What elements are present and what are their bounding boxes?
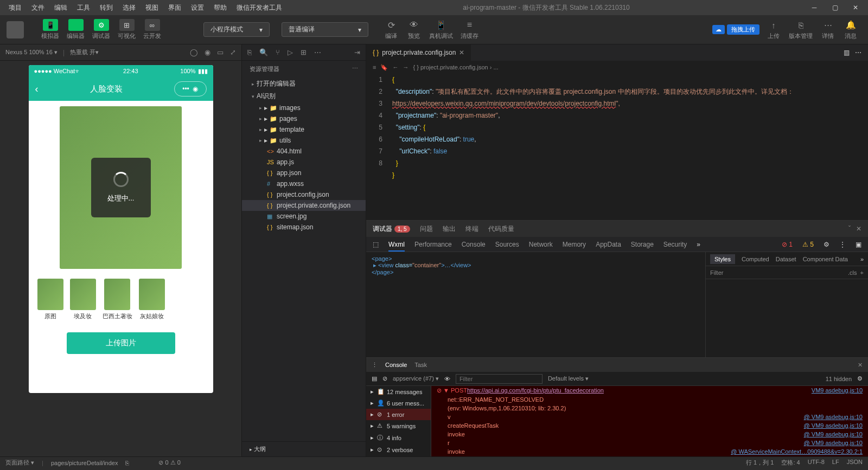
- hidden-count[interactable]: 11 hidden: [826, 376, 852, 382]
- kebab-icon[interactable]: ⋮: [839, 241, 846, 248]
- tree-sitemap.json[interactable]: { } sitemap.json: [242, 222, 366, 233]
- tool-调试器[interactable]: ⚙调试器: [89, 18, 113, 41]
- split-icon[interactable]: ▥: [844, 49, 850, 56]
- tree-app.wxss[interactable]: # app.wxss: [242, 178, 366, 189]
- dbg-tab-问题[interactable]: 问题: [420, 224, 433, 234]
- console-message[interactable]: net::ERR_NAME_NOT_RESOLVED: [431, 395, 868, 404]
- editor-tab[interactable]: { }project.private.config.json✕: [366, 44, 471, 61]
- right-消息[interactable]: 🔔消息: [840, 18, 861, 41]
- console-message[interactable]: r@ VM9 asdebug.js:10: [431, 439, 868, 447]
- status-item[interactable]: LF: [832, 459, 839, 467]
- menu-项目[interactable]: 项目: [4, 1, 26, 15]
- capsule-menu[interactable]: •••◉: [174, 81, 207, 96]
- thumb-巴西土著妆[interactable]: 巴西土著妆: [103, 279, 132, 320]
- branch-icon[interactable]: ⑂: [276, 48, 280, 56]
- console-message[interactable]: v@ VM9 asdebug.js:10: [431, 413, 868, 421]
- page-path-label[interactable]: 页面路径 ▾: [5, 459, 34, 467]
- tree-app.json[interactable]: { } app.json: [242, 168, 366, 178]
- console-message[interactable]: invoke@ VM9 asdebug.js:10: [431, 430, 868, 439]
- action-编译[interactable]: ⟳编译: [380, 18, 402, 41]
- compile-dropdown[interactable]: 普通编译▾: [282, 22, 368, 37]
- menu-视图[interactable]: 视图: [141, 1, 163, 15]
- right-详情[interactable]: ⋯详情: [817, 18, 839, 41]
- msg-cat[interactable]: ▸📋12 messages: [366, 386, 431, 397]
- gear-icon[interactable]: ⚙: [824, 241, 829, 248]
- action-预览[interactable]: 👁预览: [403, 18, 425, 41]
- more-icon[interactable]: ⋯: [314, 48, 321, 56]
- close-button[interactable]: ✕: [847, 2, 864, 13]
- tool-可视化[interactable]: ⊞可视化: [114, 18, 139, 41]
- collapse-icon[interactable]: ⇥: [354, 48, 360, 56]
- menu-工具[interactable]: 工具: [73, 1, 94, 15]
- thumb-原图[interactable]: 原图: [37, 279, 63, 320]
- tree-app.js[interactable]: JS app.js: [242, 157, 366, 168]
- status-item[interactable]: UTF-8: [808, 459, 825, 467]
- styles-tab-Component Data[interactable]: Component Data: [803, 256, 848, 262]
- status-item[interactable]: JSON: [847, 459, 863, 467]
- status-item[interactable]: 空格: 4: [781, 459, 800, 467]
- styles-filter[interactable]: Filter: [710, 269, 723, 276]
- more-icon[interactable]: ⋯: [855, 49, 861, 56]
- console-filter-input[interactable]: [456, 374, 542, 384]
- tree-images[interactable]: ▸ 📁 images: [242, 102, 366, 113]
- tool-模拟器[interactable]: 📱模拟器: [38, 18, 62, 41]
- tree-pages[interactable]: ▸ 📁 pages: [242, 113, 366, 124]
- console-message[interactable]: ⊘ ▼ POST https://api.ai.qq.com/fcgi-bin/…: [431, 386, 868, 395]
- debug-icon[interactable]: ▷: [288, 48, 293, 56]
- devtab-Network[interactable]: Network: [529, 241, 553, 248]
- close-panel-icon[interactable]: ✕: [856, 225, 861, 233]
- mode-dropdown[interactable]: 小程序模式▾: [203, 22, 270, 37]
- menu-设置[interactable]: 设置: [187, 1, 208, 15]
- dbg-tab-输出[interactable]: 输出: [443, 224, 456, 234]
- list-icon[interactable]: ≡: [373, 64, 376, 70]
- upload-image-button[interactable]: 上传图片: [67, 332, 175, 354]
- devtab-Security[interactable]: Security: [663, 241, 687, 248]
- bookmark-icon[interactable]: 🔖: [380, 64, 388, 71]
- dbg-tab-终端[interactable]: 终端: [465, 224, 478, 234]
- eye-icon[interactable]: 👁: [444, 376, 450, 382]
- devtab-Memory[interactable]: Memory: [563, 241, 586, 248]
- tree-project.private.config.json[interactable]: { } project.private.config.json: [242, 200, 366, 211]
- menu-选择[interactable]: 选择: [118, 1, 140, 15]
- msg-cat[interactable]: ▸⚠5 warnings: [366, 420, 431, 432]
- menu-界面[interactable]: 界面: [164, 1, 186, 15]
- chevron-icon[interactable]: »: [860, 256, 864, 262]
- close-console-icon[interactable]: ✕: [858, 362, 863, 369]
- styles-tab-Dataset[interactable]: Dataset: [776, 256, 796, 262]
- menu-微信开发者工具[interactable]: 微信开发者工具: [232, 1, 286, 15]
- dbg-tab-调试器[interactable]: 调试器1, 5: [373, 224, 410, 234]
- phone-icon[interactable]: ▭: [217, 48, 224, 56]
- menu-转到[interactable]: 转到: [95, 1, 117, 15]
- devtab-Sources[interactable]: Sources: [495, 241, 519, 248]
- console-menu-icon[interactable]: ⋮: [372, 362, 378, 369]
- section-open-editors[interactable]: 打开的编辑器: [242, 78, 366, 90]
- device-selector[interactable]: Nexus 5 100% 16 ▾: [5, 49, 58, 56]
- tree-template[interactable]: ▸ 📁 template: [242, 124, 366, 135]
- explorer-menu-icon[interactable]: ⋯: [352, 65, 358, 73]
- msg-cat[interactable]: ▸ⓘ4 info: [366, 432, 431, 444]
- files-icon[interactable]: ⎘: [247, 48, 252, 56]
- task-tab[interactable]: Task: [414, 362, 427, 368]
- clear-console-icon[interactable]: ⊘: [382, 375, 387, 382]
- menu-编辑[interactable]: 编辑: [50, 1, 72, 15]
- context-select[interactable]: appservice (#7) ▾: [393, 375, 439, 382]
- styles-tab-Computed[interactable]: Computed: [742, 256, 769, 262]
- console-gear-icon[interactable]: ⚙: [857, 375, 863, 382]
- tree-project.config.json[interactable]: { } project.config.json: [242, 189, 366, 200]
- action-清缓存[interactable]: ≡清缓存: [457, 18, 482, 41]
- collapse-icon[interactable]: ˇ: [848, 225, 851, 233]
- record-icon[interactable]: ◯: [190, 48, 198, 56]
- menu-帮助[interactable]: 帮助: [209, 1, 231, 15]
- nav-fwd-icon[interactable]: →: [403, 64, 409, 70]
- console-message[interactable]: (env: Windows,mp,1.06.2210310; lib: 2.30…: [431, 404, 868, 413]
- devtab-Performance[interactable]: Performance: [414, 241, 452, 248]
- right-上传[interactable]: ↑上传: [763, 18, 784, 41]
- devtab-Wxml[interactable]: Wxml: [388, 241, 405, 252]
- tool-云开发[interactable]: ∞云开发: [140, 18, 164, 41]
- copy-icon[interactable]: ⎘: [125, 460, 129, 466]
- msg-cat[interactable]: ▸👤6 user mess...: [366, 397, 431, 409]
- cls-toggle[interactable]: .cls: [848, 269, 857, 276]
- thumb-埃及妆[interactable]: 埃及妆: [70, 279, 96, 320]
- action-真机调试[interactable]: 📱真机调试: [426, 18, 456, 41]
- hot-reload-toggle[interactable]: 热重载 开▾: [70, 48, 99, 56]
